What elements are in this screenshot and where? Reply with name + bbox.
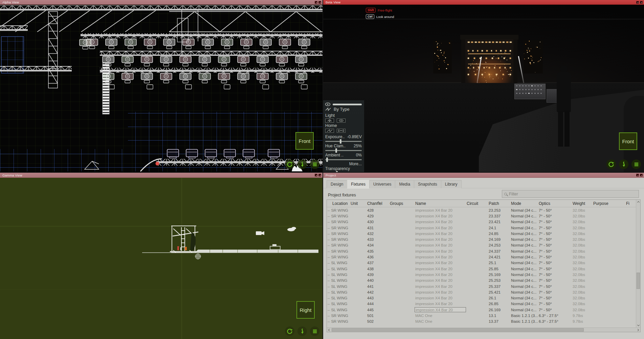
alpha-viewport[interactable]: Front (0, 5, 323, 172)
by-type-toggle[interactable]: By Type (325, 107, 362, 112)
column-header-groups[interactable]: Groups (389, 201, 415, 206)
gamma-view-titlebar[interactable]: Gamma View (0, 173, 323, 178)
table-row[interactable]: –SL WING438impression X4 Bar 2025.85Norm… (327, 266, 636, 272)
pan-button[interactable] (297, 160, 307, 169)
row-expander-icon[interactable]: – (328, 220, 330, 224)
gamma-viewport[interactable]: Right (0, 178, 323, 339)
column-header-channel[interactable]: Channel (367, 201, 389, 206)
ambient-slider[interactable] (325, 159, 362, 160)
window-menu-button[interactable] (636, 174, 639, 176)
window-close-button[interactable] (640, 174, 643, 176)
row-expander-icon[interactable]: – (328, 261, 330, 265)
table-row[interactable]: –SR WING428impression X4 Bar 2023.253Nor… (327, 207, 636, 213)
table-row[interactable]: –SR WING501MAC One13.1Basic 1.2.1 (3...6… (327, 313, 636, 318)
column-header-unit[interactable]: Unit (350, 201, 367, 206)
home-mode-a-button[interactable] (325, 129, 334, 133)
light-mode-a-button[interactable] (325, 119, 334, 123)
column-header-name[interactable]: Name (415, 201, 466, 206)
row-expander-icon[interactable]: – (328, 278, 330, 282)
table-row[interactable]: –SR WING502MAC One13.37Basic 1.2.1 (3...… (327, 319, 636, 324)
table-row[interactable]: –SR WING434impression X4 Bar 2024.253Nor… (327, 242, 636, 248)
window-menu-button[interactable] (315, 1, 317, 4)
view-menu-button[interactable] (310, 160, 319, 169)
table-row[interactable]: –SR WING430impression X4 Bar 2023.421Nor… (327, 219, 636, 225)
tab-design[interactable]: Design (327, 180, 347, 188)
table-row[interactable]: –SL WING441impression X4 Bar 2025.337Nor… (327, 283, 636, 289)
row-expander-icon[interactable]: – (328, 232, 330, 236)
more-link[interactable]: More... (325, 162, 362, 166)
column-header-circuit[interactable]: Circuit (466, 201, 488, 206)
table-row[interactable]: –SR WING435impression X4 Bar 2024.337Nor… (327, 248, 636, 254)
right-view-button[interactable]: Right (296, 301, 315, 319)
filter-input[interactable]: Filter (502, 190, 639, 198)
row-expander-icon[interactable]: – (328, 302, 330, 306)
view-menu-button[interactable] (631, 160, 641, 169)
window-close-button[interactable] (640, 1, 643, 4)
visibility-slider[interactable] (325, 103, 362, 106)
window-menu-button[interactable] (636, 1, 639, 4)
row-expander-icon[interactable]: – (328, 319, 330, 323)
row-expander-icon[interactable]: – (328, 296, 330, 300)
scroll-down-button[interactable] (636, 323, 641, 327)
row-expander-icon[interactable]: – (328, 214, 330, 218)
row-expander-icon[interactable]: – (328, 237, 330, 241)
table-row[interactable]: –SR WING436impression X4 Bar 2024.421Nor… (327, 254, 636, 260)
tab-snapshots[interactable]: Snapshots (414, 180, 441, 188)
row-expander-icon[interactable]: – (328, 267, 330, 271)
column-header-fi[interactable]: Fi (625, 201, 636, 206)
window-close-button[interactable] (318, 174, 321, 176)
horizontal-scroll-thumb[interactable] (332, 328, 584, 332)
pan-button[interactable] (619, 160, 628, 169)
table-row[interactable]: –SL WING440impression X4 Bar 2025.253Nor… (327, 278, 636, 283)
tab-media[interactable]: Media (395, 180, 414, 188)
fixture-table-header[interactable]: LocationUnitChannelGroupsNameCircuitPatc… (327, 200, 640, 207)
light-mode-b-button[interactable] (337, 119, 346, 123)
beta-view-titlebar[interactable]: Beta View (323, 0, 644, 5)
column-header-location[interactable]: Location (327, 201, 350, 206)
column-header-purpose[interactable]: Purpose (593, 201, 625, 206)
row-expander-icon[interactable]: – (328, 208, 330, 212)
orbit-button[interactable] (285, 160, 294, 169)
tab-library[interactable]: Library (441, 180, 462, 188)
beta-viewport[interactable]: Shift Free-flight Ctrl Look around By Ty… (323, 5, 644, 172)
window-menu-button[interactable] (315, 174, 317, 176)
table-row[interactable]: –SL WING443impression X4 Bar 2026.1Norma… (327, 295, 636, 301)
exposure-slider[interactable] (325, 141, 362, 142)
row-expander-icon[interactable]: – (328, 255, 330, 259)
row-expander-icon[interactable]: – (328, 273, 330, 277)
table-row[interactable]: –SR WING432impression X4 Bar 2024.85Norm… (327, 231, 636, 236)
column-header-weight[interactable]: Weight (572, 201, 593, 206)
table-row[interactable]: –SL WING444impression X4 Bar 2026.85Norm… (327, 301, 636, 307)
tab-universes[interactable]: Universes (369, 180, 395, 188)
row-expander-icon[interactable]: – (328, 249, 330, 253)
home-mode-b-button[interactable] (337, 129, 346, 133)
row-expander-icon[interactable]: – (328, 243, 330, 247)
row-expander-icon[interactable]: – (328, 314, 330, 318)
table-row[interactable]: –SR WING433impression X4 Bar 2024.169Nor… (327, 236, 636, 242)
hue-clamp-slider[interactable] (325, 150, 362, 151)
alpha-view-titlebar[interactable]: Alpha View (0, 0, 323, 5)
tab-fixtures[interactable]: Fixtures (347, 179, 370, 188)
row-expander-icon[interactable]: – (328, 226, 330, 230)
pan-button[interactable] (297, 326, 307, 336)
view-menu-button[interactable] (310, 326, 319, 336)
column-header-mode[interactable]: Mode (510, 201, 538, 206)
scroll-up-button[interactable] (636, 200, 641, 204)
orbit-button[interactable] (606, 160, 616, 169)
scroll-right-button[interactable] (636, 328, 640, 332)
orbit-button[interactable] (285, 326, 294, 336)
row-expander-icon[interactable]: – (328, 308, 330, 312)
row-expander-icon[interactable]: – (328, 290, 330, 294)
front-view-button[interactable]: Front (619, 132, 637, 150)
vertical-scroll-thumb[interactable] (637, 273, 640, 289)
table-row[interactable]: –SL WING439impression X4 Bar 2025.169Nor… (327, 272, 636, 277)
table-row[interactable]: –SL WING445impression X4 Bar 2026.169Nor… (327, 307, 636, 313)
table-row[interactable]: –SR WING431impression X4 Bar 2024.1Norma… (327, 225, 636, 231)
table-row[interactable]: –SL WING437impression X4 Bar 2025.1Norma… (327, 260, 636, 266)
column-header-patch[interactable]: Patch (488, 201, 510, 206)
vertical-scrollbar[interactable] (636, 200, 640, 327)
project-titlebar[interactable]: Project (323, 173, 644, 178)
table-row[interactable]: –SR WING429impression X4 Bar 2023.337Nor… (327, 213, 636, 219)
scroll-left-button[interactable] (327, 328, 331, 332)
horizontal-scrollbar[interactable] (327, 327, 640, 332)
